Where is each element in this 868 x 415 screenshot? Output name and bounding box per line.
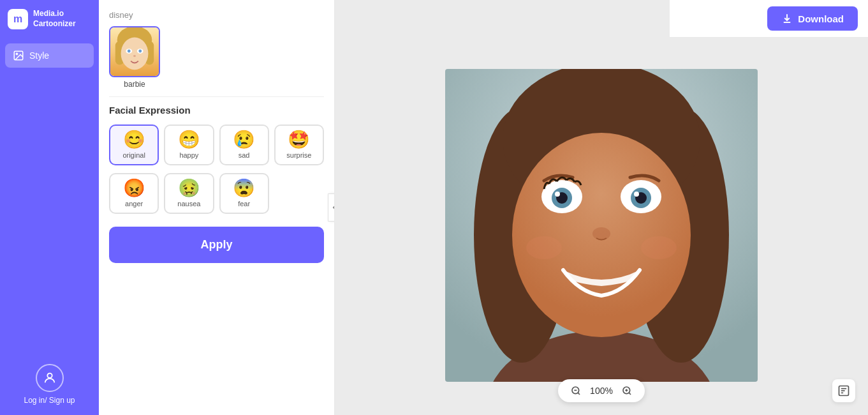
style-panel: disney bbox=[99, 0, 335, 415]
apply-button[interactable]: Apply bbox=[109, 227, 324, 263]
download-icon bbox=[781, 13, 793, 24]
svg-point-26 bbox=[592, 227, 610, 240]
expr-original-emoji: 😊 bbox=[123, 131, 145, 149]
zoom-controls: 100% bbox=[558, 379, 645, 402]
user-icon bbox=[43, 371, 57, 385]
expr-empty-slot bbox=[274, 173, 324, 214]
facial-expression-title: Facial Expression bbox=[109, 105, 324, 116]
main-canvas-area: Download bbox=[335, 0, 868, 415]
expr-original-label: original bbox=[122, 151, 145, 159]
expr-sad-label: sad bbox=[239, 151, 250, 159]
zoom-in-button[interactable] bbox=[619, 383, 635, 398]
canvas-image bbox=[445, 69, 758, 382]
expr-anger[interactable]: 😡 anger bbox=[109, 173, 159, 214]
user-avatar[interactable] bbox=[36, 364, 64, 392]
section-divider bbox=[109, 96, 324, 97]
svg-point-2 bbox=[47, 374, 52, 378]
svg-point-25 bbox=[634, 192, 639, 197]
svg-line-33 bbox=[629, 393, 631, 395]
expr-nausea-label: nausea bbox=[177, 200, 200, 207]
style-thumb-barbie[interactable] bbox=[109, 26, 160, 77]
download-button[interactable]: Download bbox=[767, 6, 858, 31]
svg-point-10 bbox=[138, 50, 142, 53]
logo: m Media.io Cartoonizer bbox=[0, 0, 99, 38]
expr-surprise-label: surprise bbox=[286, 151, 311, 159]
svg-point-6 bbox=[121, 38, 149, 70]
sidebar: m Media.io Cartoonizer Style Log in/ Sig… bbox=[0, 0, 99, 415]
svg-point-28 bbox=[641, 236, 677, 259]
svg-line-30 bbox=[578, 393, 580, 395]
notes-button[interactable] bbox=[832, 379, 855, 402]
sidebar-item-style[interactable]: Style bbox=[5, 43, 94, 68]
sidebar-nav: Style bbox=[0, 38, 99, 354]
logo-icon: m bbox=[8, 9, 28, 29]
panel-collapse-handle[interactable] bbox=[328, 193, 335, 222]
expr-happy[interactable]: 😁 happy bbox=[164, 124, 214, 165]
cartoon-face-svg bbox=[445, 69, 758, 382]
svg-point-24 bbox=[555, 192, 560, 197]
notes-icon bbox=[837, 384, 850, 397]
expr-anger-emoji: 😡 bbox=[123, 179, 145, 197]
style-thumbnails: barbie bbox=[109, 26, 324, 89]
expr-fear-label: fear bbox=[238, 200, 250, 207]
zoom-in-icon bbox=[622, 386, 632, 396]
style-thumb-barbie-label: barbie bbox=[109, 80, 160, 89]
header: Download bbox=[670, 0, 868, 38]
expr-fear-emoji: 😨 bbox=[233, 179, 255, 197]
barbie-face-image bbox=[110, 27, 159, 76]
expr-surprise-emoji: 🤩 bbox=[288, 131, 310, 149]
svg-point-11 bbox=[133, 55, 136, 57]
style-section-label: disney bbox=[109, 10, 324, 20]
expr-original[interactable]: 😊 original bbox=[109, 124, 159, 165]
svg-point-27 bbox=[526, 236, 562, 259]
expr-surprise[interactable]: 🤩 surprise bbox=[274, 124, 324, 165]
zoom-out-button[interactable] bbox=[568, 383, 584, 398]
expr-fear[interactable]: 😨 fear bbox=[219, 173, 269, 214]
expr-nausea[interactable]: 🤢 nausea bbox=[164, 173, 214, 214]
expr-anger-label: anger bbox=[125, 200, 143, 207]
expr-sad-emoji: 😢 bbox=[233, 131, 255, 149]
zoom-out-icon bbox=[571, 386, 581, 396]
expr-nausea-emoji: 🤢 bbox=[178, 179, 200, 197]
expression-grid-row1: 😊 original 😁 happy 😢 sad 🤩 surprise bbox=[109, 124, 324, 165]
expr-happy-label: happy bbox=[179, 151, 198, 159]
svg-point-9 bbox=[128, 50, 131, 53]
image-icon bbox=[13, 50, 24, 61]
svg-point-1 bbox=[16, 53, 17, 54]
expression-grid-row2: 😡 anger 🤢 nausea 😨 fear bbox=[109, 173, 324, 214]
logo-text: Media.io Cartoonizer bbox=[33, 9, 76, 29]
sidebar-item-style-label: Style bbox=[29, 50, 49, 61]
zoom-value: 100% bbox=[589, 386, 614, 396]
expr-happy-emoji: 😁 bbox=[178, 131, 200, 149]
expr-sad[interactable]: 😢 sad bbox=[219, 124, 269, 165]
barbie-svg bbox=[110, 27, 159, 77]
login-section[interactable]: Log in/ Sign up bbox=[13, 354, 85, 415]
login-label: Log in/ Sign up bbox=[24, 396, 75, 405]
